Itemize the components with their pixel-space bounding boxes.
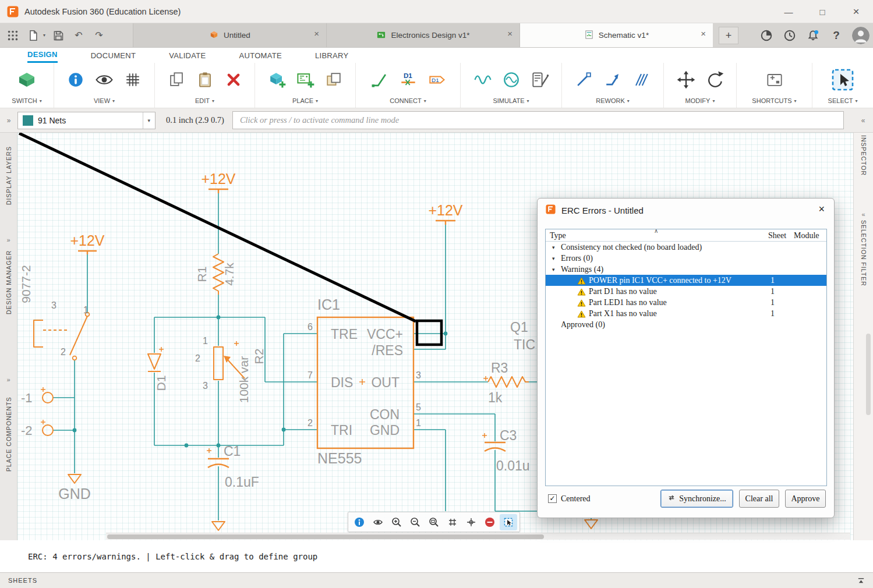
column-sheet[interactable]: Sheet [768, 231, 786, 240]
extensions-icon[interactable] [759, 28, 774, 43]
file-menu-caret-icon[interactable]: ▾ [43, 33, 45, 38]
component-header-2[interactable]: -2 [21, 420, 53, 438]
erc-group-approved[interactable]: Approved (0) [546, 319, 826, 330]
column-module[interactable]: Module [794, 231, 819, 240]
maximize-button[interactable]: □ [805, 0, 839, 23]
net-label-icon[interactable]: D1 [398, 69, 419, 90]
component-header-1[interactable]: -1 [21, 387, 53, 405]
component-switch[interactable]: 3 1 2 9077-2 [19, 265, 89, 360]
duplicate-icon[interactable] [323, 69, 344, 90]
component-c1[interactable]: C1 0.1uF [207, 444, 259, 490]
rotate-icon[interactable] [704, 69, 725, 90]
zoom-out-icon[interactable] [407, 514, 424, 530]
net-flag-icon[interactable]: D1 [426, 69, 447, 90]
component-ic1[interactable]: TRE VCC+ /RES DIS OUT CON TRI GND 6 7 2 … [308, 296, 421, 466]
grid-toggle-icon[interactable] [444, 514, 461, 530]
display-layers-expand-icon[interactable]: » [0, 116, 17, 125]
erc-warning-row[interactable]: Part LED1 has no value 1 [546, 297, 826, 308]
waveform-icon[interactable] [472, 69, 493, 90]
remove-icon[interactable] [481, 514, 499, 530]
canvas-horizontal-scrollbar[interactable] [106, 533, 850, 540]
menu-automate[interactable]: AUTOMATE [239, 48, 282, 63]
panel-inspector[interactable]: INSPECTOR [854, 135, 873, 187]
dialog-close-icon[interactable]: × [818, 204, 825, 214]
centered-checkbox[interactable]: ✓ [548, 494, 557, 503]
simulate-menu[interactable]: SIMULATE▾ [493, 97, 529, 104]
place-components-expand-icon[interactable]: » [0, 376, 17, 383]
place-part-icon[interactable] [266, 69, 287, 90]
panel-design-manager[interactable]: DESIGN MANAGER [0, 245, 17, 314]
menu-validate[interactable]: VALIDATE [169, 48, 206, 63]
origin-crosshair-icon[interactable] [462, 514, 480, 530]
zoom-fit-icon[interactable] [425, 514, 443, 530]
view-menu[interactable]: VIEW▾ [94, 97, 115, 104]
window-close-button[interactable]: × [839, 0, 873, 23]
tree-expander-icon[interactable]: ▾ [552, 242, 555, 253]
caret-down-icon[interactable]: ▾ [143, 112, 150, 129]
gnd-symbol-left[interactable]: GND [58, 474, 91, 502]
place-menu[interactable]: PLACE▾ [292, 97, 318, 104]
erc-group-errors[interactable]: ▾ Errors (0) [546, 253, 826, 264]
right-scrollbar-thumb[interactable] [866, 334, 871, 415]
tab-schematic[interactable]: Schematic v1* × [519, 23, 713, 47]
erc-warning-row-selected[interactable]: POWER pin IC1 VCC+ connected to +12V 1 [546, 275, 826, 286]
power-12v-top[interactable]: +12V [201, 171, 235, 193]
erc-warning-row[interactable]: Part X1 has no value 1 [546, 308, 826, 319]
menu-library[interactable]: LIBRARY [315, 48, 349, 63]
tab-close-icon[interactable]: × [701, 29, 706, 38]
file-menu-button[interactable] [26, 28, 41, 43]
gnd-symbol-c1[interactable] [212, 522, 225, 530]
sheets-panel-bar[interactable]: SHEETS [0, 572, 873, 588]
notification-bell-icon[interactable] [805, 28, 821, 43]
erc-warning-row[interactable]: Part D1 has no value 1 [546, 286, 826, 297]
scrollbar-thumb[interactable] [107, 534, 544, 539]
job-status-icon[interactable] [782, 28, 797, 43]
edit-line-icon[interactable] [574, 69, 595, 90]
user-avatar[interactable] [852, 27, 870, 44]
tab-electronics-design[interactable]: Electronics Design v1* × [326, 23, 519, 47]
menu-document[interactable]: DOCUMENT [91, 48, 136, 63]
select-tool-icon[interactable] [830, 67, 856, 93]
rework-menu[interactable]: REWORK▾ [596, 97, 630, 104]
ripup-icon[interactable] [631, 69, 652, 90]
visibility-eye-icon[interactable] [369, 514, 387, 530]
command-line-input[interactable] [232, 111, 844, 129]
draw-net-icon[interactable] [369, 69, 390, 90]
menu-design[interactable]: DESIGN [27, 48, 58, 63]
switch-menu[interactable]: SWITCH▾ [12, 97, 41, 104]
erc-group-consistency[interactable]: ▾ Consistency not checked (no board load… [546, 242, 826, 253]
component-c3[interactable]: C3 0.01u [482, 428, 530, 473]
info-icon[interactable] [65, 69, 86, 90]
erc-errors-dialog[interactable]: ERC Errors - Untitled × Type ∧ Sheet Mod… [537, 198, 835, 518]
edit-menu[interactable]: EDIT▾ [195, 97, 214, 104]
workspace-switch-icon[interactable] [15, 68, 38, 91]
inspector-collapse-icon[interactable]: « [853, 116, 873, 125]
power-12v-right[interactable]: +12V [428, 202, 462, 225]
selection-filter-collapse-icon[interactable]: « [854, 211, 873, 218]
erc-group-warnings[interactable]: ▾ Warnings (4) [546, 264, 826, 275]
panel-place-components[interactable]: PLACE COMPONENTS [0, 384, 17, 472]
move-icon[interactable] [676, 69, 697, 90]
sort-ascending-icon[interactable]: ∧ [654, 229, 658, 234]
sheets-expand-icon[interactable] [857, 577, 865, 585]
probe-icon[interactable] [529, 69, 550, 90]
info-icon[interactable] [351, 514, 368, 530]
component-r1[interactable]: R1 4.7k [195, 254, 236, 295]
nets-dropdown[interactable]: 91 Nets ▾ [17, 112, 155, 129]
modify-menu[interactable]: MODIFY▾ [685, 97, 715, 104]
erc-dialog-titlebar[interactable]: ERC Errors - Untitled × [538, 199, 834, 222]
box-select-icon[interactable] [500, 514, 517, 530]
select-menu[interactable]: SELECT▾ [828, 97, 858, 104]
column-type[interactable]: Type [550, 231, 566, 240]
connect-menu[interactable]: CONNECT▾ [390, 97, 426, 104]
tab-close-icon[interactable]: × [314, 29, 319, 38]
panel-selection-filter[interactable]: SELECTION FILTER [854, 220, 873, 296]
delete-icon[interactable] [223, 69, 244, 90]
tab-close-icon[interactable]: × [507, 29, 513, 38]
synchronize-button[interactable]: Synchronize... [660, 490, 733, 508]
grid-settings-icon[interactable] [122, 69, 143, 90]
zoom-in-icon[interactable] [388, 514, 405, 530]
undo-button[interactable]: ↶ [71, 28, 86, 43]
save-button[interactable] [51, 28, 66, 43]
copy-icon[interactable] [166, 69, 187, 90]
